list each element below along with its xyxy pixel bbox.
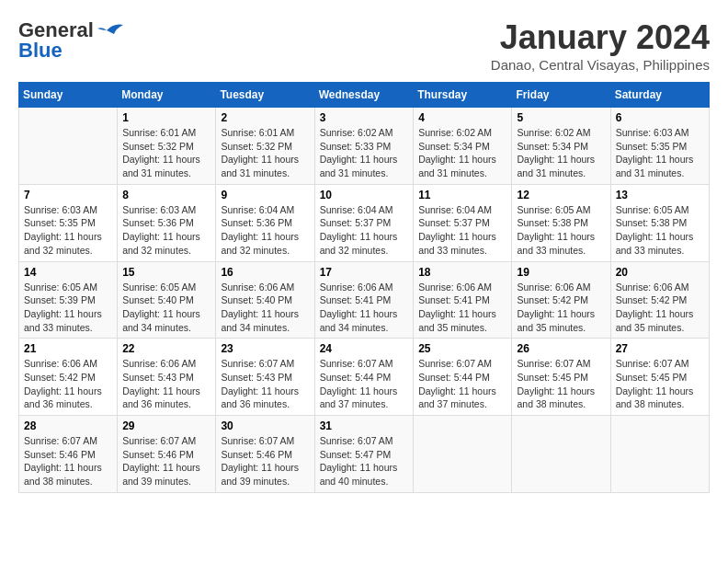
header-wednesday: Wednesday [314, 83, 414, 108]
calendar-cell [414, 416, 512, 493]
day-number: 28 [24, 419, 112, 432]
day-number: 23 [221, 342, 309, 355]
page-header: General Blue January 2024 Danao, Central… [18, 18, 710, 73]
week-row-5: 28Sunrise: 6:07 AMSunset: 5:46 PMDayligh… [19, 416, 710, 493]
day-detail: Sunrise: 6:05 AMSunset: 5:39 PMDaylight:… [24, 281, 112, 335]
calendar-cell: 26Sunrise: 6:07 AMSunset: 5:45 PMDayligh… [512, 339, 610, 416]
day-detail: Sunrise: 6:01 AMSunset: 5:32 PMDaylight:… [122, 126, 210, 180]
day-number: 31 [320, 419, 409, 432]
calendar-cell: 21Sunrise: 6:06 AMSunset: 5:42 PMDayligh… [19, 339, 118, 416]
day-detail: Sunrise: 6:04 AMSunset: 5:37 PMDaylight:… [320, 203, 409, 258]
day-number: 18 [418, 266, 506, 279]
day-number: 6 [616, 111, 704, 124]
calendar-cell: 6Sunrise: 6:03 AMSunset: 5:35 PMDaylight… [610, 108, 709, 185]
day-detail: Sunrise: 6:07 AMSunset: 5:44 PMDaylight:… [418, 357, 506, 411]
day-number: 10 [320, 189, 409, 201]
header-saturday: Saturday [610, 83, 709, 108]
day-number: 1 [122, 111, 210, 124]
calendar-cell: 22Sunrise: 6:06 AMSunset: 5:43 PMDayligh… [118, 339, 216, 416]
day-detail: Sunrise: 6:06 AMSunset: 5:40 PMDaylight:… [221, 281, 309, 335]
header-tuesday: Tuesday [216, 83, 314, 108]
week-row-1: 1Sunrise: 6:01 AMSunset: 5:32 PMDaylight… [19, 108, 710, 185]
day-number: 27 [616, 342, 704, 355]
header-monday: Monday [118, 83, 216, 108]
calendar-cell: 23Sunrise: 6:07 AMSunset: 5:43 PMDayligh… [216, 339, 314, 416]
header-sunday: Sunday [19, 83, 118, 108]
day-detail: Sunrise: 6:04 AMSunset: 5:37 PMDaylight:… [418, 203, 506, 258]
day-number: 3 [320, 111, 409, 124]
day-detail: Sunrise: 6:07 AMSunset: 5:45 PMDaylight:… [616, 357, 704, 411]
calendar-cell: 25Sunrise: 6:07 AMSunset: 5:44 PMDayligh… [414, 339, 512, 416]
calendar-cell: 13Sunrise: 6:05 AMSunset: 5:38 PMDayligh… [610, 184, 709, 261]
day-detail: Sunrise: 6:07 AMSunset: 5:46 PMDaylight:… [24, 434, 112, 488]
calendar-cell: 24Sunrise: 6:07 AMSunset: 5:44 PMDayligh… [314, 339, 414, 416]
day-number: 13 [616, 189, 704, 201]
calendar-table: SundayMondayTuesdayWednesdayThursdayFrid… [18, 82, 710, 493]
day-detail: Sunrise: 6:05 AMSunset: 5:40 PMDaylight:… [122, 281, 210, 335]
title-area: January 2024 Danao, Central Visayas, Phi… [491, 18, 710, 73]
header-thursday: Thursday [414, 83, 512, 108]
day-number: 9 [221, 189, 309, 201]
day-number: 21 [24, 342, 112, 355]
day-detail: Sunrise: 6:04 AMSunset: 5:36 PMDaylight:… [221, 203, 309, 258]
day-detail: Sunrise: 6:06 AMSunset: 5:43 PMDaylight:… [122, 357, 210, 411]
calendar-cell [19, 108, 118, 185]
calendar-cell: 10Sunrise: 6:04 AMSunset: 5:37 PMDayligh… [314, 184, 414, 261]
calendar-cell: 29Sunrise: 6:07 AMSunset: 5:46 PMDayligh… [118, 416, 216, 493]
day-number: 11 [418, 189, 506, 201]
calendar-cell: 3Sunrise: 6:02 AMSunset: 5:33 PMDaylight… [314, 108, 414, 185]
day-number: 30 [221, 419, 309, 432]
day-detail: Sunrise: 6:03 AMSunset: 5:35 PMDaylight:… [616, 126, 704, 180]
logo: General Blue [18, 18, 123, 63]
day-detail: Sunrise: 6:03 AMSunset: 5:35 PMDaylight:… [24, 203, 112, 258]
day-number: 7 [24, 189, 112, 201]
calendar-cell: 31Sunrise: 6:07 AMSunset: 5:47 PMDayligh… [314, 416, 414, 493]
day-number: 14 [24, 266, 112, 279]
day-detail: Sunrise: 6:02 AMSunset: 5:33 PMDaylight:… [320, 126, 409, 180]
month-title: January 2024 [491, 18, 710, 57]
day-number: 12 [517, 189, 605, 201]
calendar-cell [512, 416, 610, 493]
day-detail: Sunrise: 6:03 AMSunset: 5:36 PMDaylight:… [122, 203, 210, 258]
day-number: 15 [122, 266, 210, 279]
day-detail: Sunrise: 6:05 AMSunset: 5:38 PMDaylight:… [616, 203, 704, 258]
day-detail: Sunrise: 6:06 AMSunset: 5:41 PMDaylight:… [418, 281, 506, 335]
week-row-4: 21Sunrise: 6:06 AMSunset: 5:42 PMDayligh… [19, 339, 710, 416]
calendar-cell: 8Sunrise: 6:03 AMSunset: 5:36 PMDaylight… [118, 184, 216, 261]
day-number: 17 [320, 266, 409, 279]
day-number: 5 [517, 111, 605, 124]
day-number: 24 [320, 342, 409, 355]
day-detail: Sunrise: 6:07 AMSunset: 5:43 PMDaylight:… [221, 357, 309, 411]
calendar-cell: 11Sunrise: 6:04 AMSunset: 5:37 PMDayligh… [414, 184, 512, 261]
calendar-cell: 19Sunrise: 6:06 AMSunset: 5:42 PMDayligh… [512, 261, 610, 339]
day-detail: Sunrise: 6:07 AMSunset: 5:47 PMDaylight:… [320, 434, 409, 488]
calendar-cell: 12Sunrise: 6:05 AMSunset: 5:38 PMDayligh… [512, 184, 610, 261]
calendar-cell: 17Sunrise: 6:06 AMSunset: 5:41 PMDayligh… [314, 261, 414, 339]
calendar-cell: 27Sunrise: 6:07 AMSunset: 5:45 PMDayligh… [610, 339, 709, 416]
day-number: 29 [122, 419, 210, 432]
calendar-cell: 14Sunrise: 6:05 AMSunset: 5:39 PMDayligh… [19, 261, 118, 339]
day-number: 22 [122, 342, 210, 355]
day-number: 2 [221, 111, 309, 124]
logo-bird-icon [97, 21, 123, 40]
calendar-cell: 30Sunrise: 6:07 AMSunset: 5:46 PMDayligh… [216, 416, 314, 493]
day-detail: Sunrise: 6:06 AMSunset: 5:42 PMDaylight:… [517, 281, 605, 335]
day-number: 26 [517, 342, 605, 355]
day-detail: Sunrise: 6:06 AMSunset: 5:42 PMDaylight:… [616, 281, 704, 335]
calendar-cell: 28Sunrise: 6:07 AMSunset: 5:46 PMDayligh… [19, 416, 118, 493]
calendar-cell: 18Sunrise: 6:06 AMSunset: 5:41 PMDayligh… [414, 261, 512, 339]
day-detail: Sunrise: 6:07 AMSunset: 5:44 PMDaylight:… [320, 357, 409, 411]
day-detail: Sunrise: 6:06 AMSunset: 5:41 PMDaylight:… [320, 281, 409, 335]
day-detail: Sunrise: 6:07 AMSunset: 5:45 PMDaylight:… [517, 357, 605, 411]
location: Danao, Central Visayas, Philippines [491, 57, 710, 73]
header-friday: Friday [512, 83, 610, 108]
day-detail: Sunrise: 6:05 AMSunset: 5:38 PMDaylight:… [517, 203, 605, 258]
day-number: 8 [122, 189, 210, 201]
calendar-cell: 1Sunrise: 6:01 AMSunset: 5:32 PMDaylight… [118, 108, 216, 185]
day-number: 20 [616, 266, 704, 279]
day-detail: Sunrise: 6:07 AMSunset: 5:46 PMDaylight:… [221, 434, 309, 488]
calendar-cell: 7Sunrise: 6:03 AMSunset: 5:35 PMDaylight… [19, 184, 118, 261]
week-row-3: 14Sunrise: 6:05 AMSunset: 5:39 PMDayligh… [19, 261, 710, 339]
day-number: 4 [418, 111, 506, 124]
day-detail: Sunrise: 6:02 AMSunset: 5:34 PMDaylight:… [418, 126, 506, 180]
